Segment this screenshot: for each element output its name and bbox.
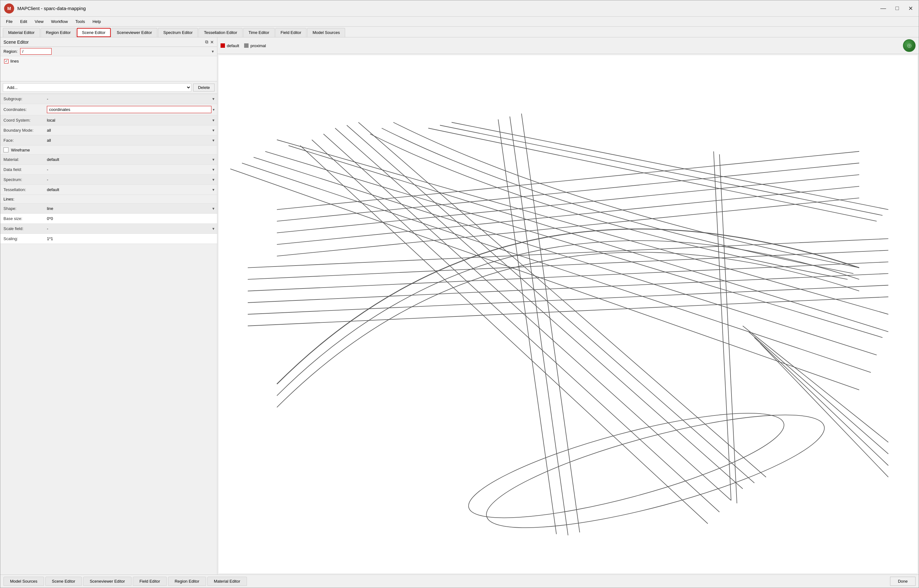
tab-field-editor[interactable]: Field Editor — [275, 28, 307, 37]
maximize-button[interactable]: □ — [893, 5, 901, 13]
bottom-tab-field-editor[interactable]: Field Editor — [133, 577, 167, 586]
svg-line-7 — [347, 125, 754, 483]
scaling-input[interactable] — [44, 235, 217, 242]
tab-material-editor[interactable]: Material Editor — [3, 28, 40, 37]
lines-checkbox[interactable]: ✓ — [4, 59, 8, 63]
panel-float-button[interactable]: ⧉ — [205, 39, 208, 45]
region-input[interactable] — [20, 48, 52, 55]
subgroup-row: Subgroup: - — [0, 94, 217, 104]
tab-model-sources[interactable]: Model Sources — [307, 28, 345, 37]
wireframe-label: Wireframe — [11, 148, 30, 152]
delete-button[interactable]: Delete — [193, 84, 215, 92]
toolbar-row: Add... Delete — [0, 81, 217, 94]
spectrum-value[interactable]: - — [44, 175, 217, 184]
svg-line-31 — [440, 125, 882, 215]
subgroup-label: Subgroup: — [0, 95, 44, 103]
base-size-input[interactable] — [44, 215, 217, 223]
orientation-reset-button[interactable]: ⊕ — [903, 39, 916, 52]
svg-line-30 — [452, 122, 888, 210]
tessellation-value[interactable]: default — [44, 186, 217, 194]
coordinates-row: Coordinates: ▾ — [0, 104, 217, 115]
panel-header-controls: ⧉ ✕ — [205, 39, 214, 45]
material-value[interactable]: default — [44, 155, 217, 164]
tab-sceneviewer-editor[interactable]: Sceneviewer Editor — [111, 28, 157, 37]
editor-tab-bar: Material Editor Region Editor Scene Edit… — [0, 27, 919, 37]
coordinates-input[interactable] — [47, 106, 211, 113]
svg-line-28 — [277, 186, 859, 244]
minimize-button[interactable]: — — [878, 5, 888, 13]
svg-line-18 — [248, 273, 888, 303]
tab-tessellation-editor[interactable]: Tessellation Editor — [199, 28, 243, 37]
scene-item-lines[interactable]: ✓ lines — [3, 58, 215, 65]
tab-spectrum-editor[interactable]: Spectrum Editor — [158, 28, 198, 37]
main-content: Scene Editor ⧉ ✕ Region: ▾ ✓ lines — [0, 37, 919, 575]
wireframe-checkbox[interactable] — [3, 147, 8, 152]
menu-file[interactable]: File — [3, 18, 16, 25]
boundary-mode-value[interactable]: all — [44, 126, 217, 134]
done-button[interactable]: Done — [890, 577, 916, 586]
svg-line-23 — [713, 152, 731, 501]
bottom-tab-sceneviewer-editor[interactable]: Sceneviewer Editor — [83, 577, 131, 586]
bottom-tab-material-editor[interactable]: Material Editor — [207, 577, 247, 586]
menu-workflow[interactable]: Workflow — [48, 18, 71, 25]
spectrum-label: Spectrum: — [0, 175, 44, 184]
svg-line-12 — [510, 116, 568, 536]
viewer-tab-default-indicator — [220, 44, 225, 48]
menu-bar: File Edit View Workflow Tools Help — [0, 17, 919, 27]
svg-line-20 — [248, 297, 888, 326]
add-select[interactable]: Add... — [3, 83, 191, 92]
tab-region-editor[interactable]: Region Editor — [41, 28, 76, 37]
window-title: MAPClient - sparc-data-mapping — [17, 6, 86, 11]
viewer-tab-default[interactable]: default — [220, 44, 239, 48]
viewport-canvas — [219, 55, 917, 573]
tessellation-label: Tessellation: — [0, 186, 44, 194]
svg-line-14 — [498, 120, 556, 534]
3d-viewport[interactable] — [219, 55, 917, 573]
properties-area: Subgroup: - Coordinates: ▾ Coord System: — [0, 94, 217, 575]
viewer-tabs: default proximal ⊕ — [217, 37, 919, 54]
coordinates-dropdown-arrow[interactable]: ▾ — [213, 107, 215, 112]
menu-edit[interactable]: Edit — [17, 18, 30, 25]
shape-value[interactable]: line — [44, 204, 217, 213]
coord-system-value[interactable]: local — [44, 116, 217, 124]
svg-line-33 — [743, 326, 888, 442]
face-value[interactable]: all — [44, 136, 217, 145]
viewer-tab-proximal[interactable]: proximal — [244, 44, 266, 48]
scale-field-value[interactable]: - — [44, 225, 217, 233]
data-field-row: Data field: - — [0, 165, 217, 175]
coord-system-label: Coord System: — [0, 116, 44, 124]
tessellation-row: Tessellation: default — [0, 185, 217, 195]
tab-time-editor[interactable]: Time Editor — [243, 28, 275, 37]
svg-line-34 — [749, 332, 888, 454]
boundary-mode-row: Boundary Mode: all — [0, 125, 217, 136]
viewer-tab-default-label: default — [227, 44, 239, 48]
region-label: Region: — [3, 49, 18, 54]
face-row: Face: all — [0, 136, 217, 145]
data-field-value[interactable]: - — [44, 165, 217, 174]
panel-close-button[interactable]: ✕ — [210, 39, 214, 45]
bottom-tab-region-editor[interactable]: Region Editor — [168, 577, 206, 586]
bottom-bar: Model Sources Scene Editor Sceneviewer E… — [0, 575, 919, 588]
bottom-tab-scene-editor[interactable]: Scene Editor — [45, 577, 82, 586]
svg-point-22 — [460, 393, 792, 539]
scene-items-list: ✓ lines — [0, 56, 217, 81]
menu-help[interactable]: Help — [89, 18, 104, 25]
menu-view[interactable]: View — [31, 18, 47, 25]
svg-line-11 — [300, 145, 708, 523]
svg-line-29 — [277, 198, 859, 256]
close-button[interactable]: ✕ — [906, 5, 915, 13]
data-field-label: Data field: — [0, 165, 44, 174]
base-size-label: Base size: — [0, 214, 44, 223]
title-bar: M MAPClient - sparc-data-mapping — □ ✕ — [0, 0, 919, 17]
right-panel: default proximal ⊕ — [217, 37, 919, 575]
subgroup-value[interactable]: - — [44, 95, 217, 103]
scene-editor-header: Scene Editor ⧉ ✕ — [0, 37, 217, 47]
svg-line-35 — [754, 338, 888, 465]
shape-label: Shape: — [0, 204, 44, 213]
bottom-tab-model-sources[interactable]: Model Sources — [3, 577, 44, 586]
tab-scene-editor[interactable]: Scene Editor — [77, 28, 111, 37]
region-chevron-icon: ▾ — [212, 49, 214, 54]
menu-tools[interactable]: Tools — [72, 18, 88, 25]
app-icon: M — [4, 3, 14, 13]
material-label: Material: — [0, 155, 44, 164]
